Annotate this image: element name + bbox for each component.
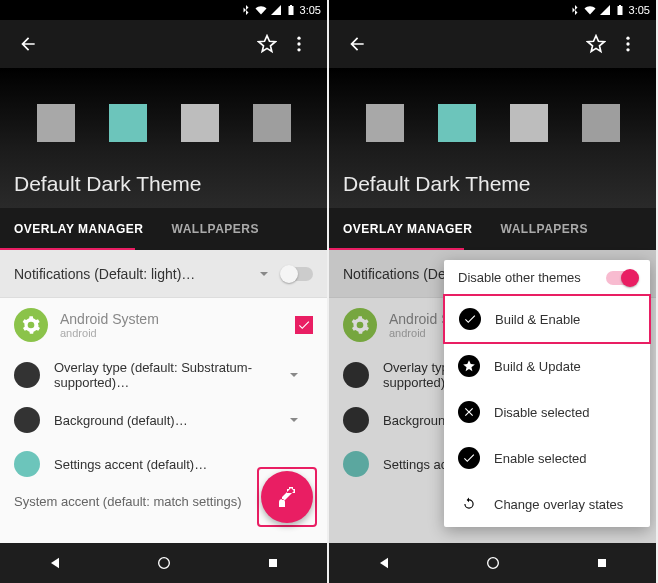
- disable-themes-toggle[interactable]: [606, 271, 636, 285]
- tab-overlay-manager[interactable]: OVERLAY MANAGER: [329, 208, 487, 250]
- tab-bar: OVERLAY MANAGER WALLPAPERS: [329, 208, 656, 250]
- swatch: [37, 104, 75, 142]
- chevron-down-icon: [259, 269, 269, 279]
- svg-point-6: [626, 42, 629, 45]
- wifi-icon: [584, 4, 596, 16]
- menu-build-update[interactable]: Build & Update: [444, 343, 650, 389]
- menu-item-label: Enable selected: [494, 451, 587, 466]
- clock: 3:05: [300, 4, 321, 16]
- svg-point-5: [626, 37, 629, 40]
- option-label: Background (default)…: [54, 413, 261, 428]
- theme-swatches: [343, 104, 642, 142]
- menu-change-overlay-states[interactable]: Change overlay states: [444, 481, 650, 527]
- android-navbar: [329, 543, 656, 583]
- menu-disable-other-themes[interactable]: Disable other themes: [444, 260, 650, 295]
- chevron-down-icon: [289, 415, 299, 425]
- swatch: [582, 104, 620, 142]
- app-checkbox[interactable]: [295, 316, 313, 334]
- swatch: [181, 104, 219, 142]
- notifications-toggle[interactable]: [283, 267, 313, 281]
- app-row[interactable]: Android System android: [0, 298, 327, 352]
- theme-title: Default Dark Theme: [14, 172, 313, 196]
- statusbar: 3:05: [329, 0, 656, 20]
- app-subtitle: android: [60, 327, 283, 339]
- tab-bar: OVERLAY MANAGER WALLPAPERS: [0, 208, 327, 250]
- clock: 3:05: [629, 4, 650, 16]
- theme-swatches: [14, 104, 313, 142]
- overflow-button[interactable]: [283, 28, 315, 60]
- refresh-icon: [458, 493, 480, 515]
- nav-home-icon[interactable]: [156, 555, 172, 571]
- notifications-row[interactable]: Notifications (Default: light)…: [0, 250, 327, 298]
- nav-home-icon[interactable]: [485, 555, 501, 571]
- option-color-icon: [14, 407, 40, 433]
- signal-icon: [270, 4, 282, 16]
- screen-left: 3:05 Default Dark Theme OVERLAY MANAGER …: [0, 0, 327, 583]
- back-button[interactable]: [341, 28, 373, 60]
- nav-recent-icon[interactable]: [265, 555, 281, 571]
- bluetooth-icon: [240, 4, 252, 16]
- nav-back-icon[interactable]: [376, 555, 392, 571]
- swatch: [366, 104, 404, 142]
- swatch: [109, 104, 147, 142]
- svg-point-8: [487, 558, 498, 569]
- svg-rect-4: [269, 559, 277, 567]
- menu-item-label: Change overlay states: [494, 497, 623, 512]
- fab-menu: Disable other themes Build & Enable Buil…: [444, 260, 650, 527]
- battery-icon: [285, 4, 297, 16]
- theme-title: Default Dark Theme: [343, 172, 642, 196]
- android-navbar: [0, 543, 327, 583]
- menu-disable-selected[interactable]: Disable selected: [444, 389, 650, 435]
- swatch: [438, 104, 476, 142]
- svg-point-2: [297, 48, 300, 51]
- option-label: Overlay type (default: Substratum-suppor…: [54, 360, 261, 390]
- option-color-icon: [14, 451, 40, 477]
- menu-item-label: Disable selected: [494, 405, 589, 420]
- check-circle-icon: [458, 447, 480, 469]
- signal-icon: [599, 4, 611, 16]
- notifications-label: Notifications (Default: light)…: [14, 266, 245, 282]
- menu-item-label: Build & Update: [494, 359, 581, 374]
- swatch: [510, 104, 548, 142]
- star-circle-icon: [458, 355, 480, 377]
- svg-point-7: [626, 48, 629, 51]
- nav-recent-icon[interactable]: [594, 555, 610, 571]
- tab-wallpapers[interactable]: WALLPAPERS: [487, 208, 602, 250]
- menu-header-label: Disable other themes: [458, 270, 581, 285]
- favorite-button[interactable]: [580, 28, 612, 60]
- fab-apply[interactable]: [261, 471, 313, 523]
- chevron-down-icon: [289, 370, 299, 380]
- option-background[interactable]: Background (default)…: [0, 398, 327, 442]
- wifi-icon: [255, 4, 267, 16]
- favorite-button[interactable]: [251, 28, 283, 60]
- statusbar: 3:05: [0, 0, 327, 20]
- svg-rect-9: [598, 559, 606, 567]
- check-circle-icon: [459, 308, 481, 330]
- back-button[interactable]: [12, 28, 44, 60]
- svg-point-0: [297, 37, 300, 40]
- option-color-icon: [14, 362, 40, 388]
- screen-right: 3:05 Default Dark Theme OVERLAY MANAGER …: [329, 0, 656, 583]
- nav-back-icon[interactable]: [47, 555, 63, 571]
- app-header: Default Dark Theme OVERLAY MANAGER WALLP…: [329, 20, 656, 250]
- svg-point-1: [297, 42, 300, 45]
- option-overlay-type[interactable]: Overlay type (default: Substratum-suppor…: [0, 352, 327, 398]
- x-circle-icon: [458, 401, 480, 423]
- app-header: Default Dark Theme OVERLAY MANAGER WALLP…: [0, 20, 327, 250]
- svg-point-3: [158, 558, 169, 569]
- bluetooth-icon: [569, 4, 581, 16]
- android-system-icon: [14, 308, 48, 342]
- menu-build-enable[interactable]: Build & Enable: [443, 294, 651, 344]
- overflow-button[interactable]: [612, 28, 644, 60]
- app-title: Android System: [60, 311, 283, 327]
- menu-item-label: Build & Enable: [495, 312, 580, 327]
- tab-wallpapers[interactable]: WALLPAPERS: [158, 208, 273, 250]
- tab-overlay-manager[interactable]: OVERLAY MANAGER: [0, 208, 158, 250]
- swatch: [253, 104, 291, 142]
- battery-icon: [614, 4, 626, 16]
- content-area: Notifications (Default: light)… Android …: [0, 250, 327, 543]
- menu-enable-selected[interactable]: Enable selected: [444, 435, 650, 481]
